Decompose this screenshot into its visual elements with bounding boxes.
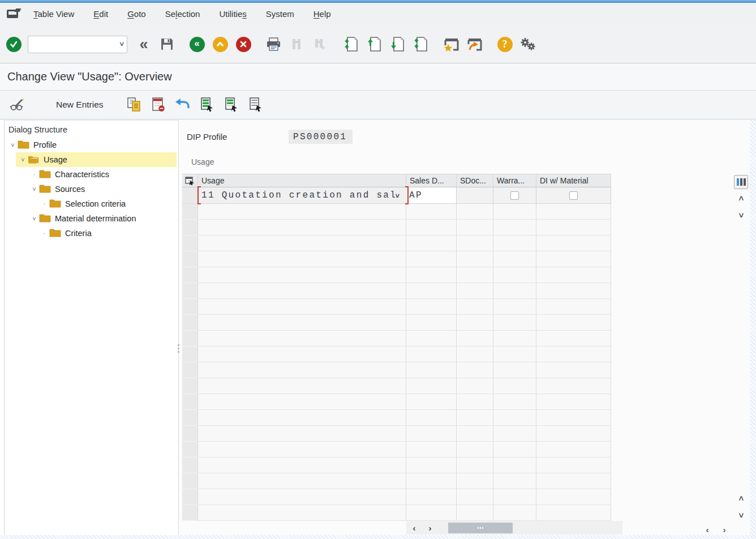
page-down-icon[interactable]: [388, 35, 406, 53]
scroll-left-icon[interactable]: ‹: [406, 523, 422, 533]
tree-item-selection-criteria[interactable]: ·Selection criteria: [5, 196, 178, 211]
enter-icon[interactable]: [5, 35, 23, 53]
last-page-icon[interactable]: [411, 35, 429, 53]
chevron-down-icon[interactable]: ˅: [395, 191, 400, 200]
display-change-icon[interactable]: [9, 96, 26, 113]
expander-chevron-icon[interactable]: ˅: [29, 215, 39, 222]
empty-table-row: [182, 378, 611, 394]
print-icon[interactable]: [264, 35, 282, 53]
save-icon[interactable]: [158, 35, 176, 53]
table-configuration-icon[interactable]: [734, 175, 748, 189]
deselect-all-icon[interactable]: [247, 96, 264, 113]
select-all-rows-icon[interactable]: [182, 174, 198, 187]
empty-cell: [406, 473, 457, 489]
menu-item-system[interactable]: System: [256, 9, 304, 19]
menu-item-table-view[interactable]: Table View: [24, 9, 84, 19]
table-scroll-down-icon[interactable]: ˅: [735, 209, 748, 221]
tree-item-criteria[interactable]: ·Criteria: [5, 226, 178, 241]
back-icon[interactable]: «: [188, 35, 206, 53]
row-selector-cell[interactable]: [182, 442, 198, 457]
expander-chevron-icon[interactable]: ˅: [29, 186, 39, 192]
tree-item-usage[interactable]: ˅Usage: [5, 152, 178, 167]
copy-entries-icon[interactable]: [126, 96, 143, 113]
tree-item-sources[interactable]: ˅Sources: [5, 182, 178, 196]
menu-item-help[interactable]: Help: [304, 9, 341, 19]
expander-chevron-icon[interactable]: ˅: [18, 156, 28, 163]
col-header-sales-d[interactable]: Sales D...: [406, 174, 457, 187]
cancel-icon[interactable]: [234, 35, 252, 53]
warranty-checkbox[interactable]: [510, 191, 519, 200]
empty-cell: [198, 394, 406, 410]
row-selector-cell[interactable]: [182, 283, 198, 299]
new-session-icon[interactable]: [443, 35, 461, 53]
collapse-icon[interactable]: «: [135, 35, 153, 53]
tree-item-profile[interactable]: ˅Profile: [5, 138, 178, 152]
panel-scroll-down-icon[interactable]: ˅: [735, 509, 748, 521]
empty-cell: [406, 251, 457, 267]
col-header-sdoc[interactable]: SDoc...: [457, 174, 493, 187]
empty-cell: [406, 362, 457, 378]
customize-icon[interactable]: [519, 35, 537, 53]
row-selector-cell[interactable]: [182, 251, 198, 267]
row-selector-cell[interactable]: [182, 457, 198, 473]
command-field[interactable]: [28, 36, 127, 53]
find-icon[interactable]: [287, 35, 306, 53]
row-selector-cell[interactable]: [182, 362, 198, 378]
panel-scroll-right-icon[interactable]: ›: [718, 523, 731, 536]
empty-cell: [457, 410, 493, 426]
row-selector-cell[interactable]: [182, 346, 198, 362]
menu-item-goto[interactable]: Goto: [118, 9, 156, 19]
page-up-icon[interactable]: [365, 35, 383, 53]
expander-chevron-icon[interactable]: ˅: [8, 142, 18, 148]
sales-doc-type-cell[interactable]: AP: [406, 187, 457, 204]
create-shortcut-icon[interactable]: [466, 35, 484, 53]
row-selector-cell[interactable]: [182, 267, 198, 283]
chevron-down-icon[interactable]: ˅: [119, 40, 124, 48]
row-selector-cell[interactable]: [182, 410, 198, 426]
col-header-di-w-material[interactable]: DI w/ Material: [536, 174, 611, 187]
menu-item-utilities[interactable]: Utilities: [209, 9, 256, 19]
horizontal-scroll-thumb[interactable]: [448, 523, 513, 533]
empty-cell: [457, 331, 493, 346]
select-all-icon[interactable]: [199, 96, 216, 113]
empty-cell: [406, 220, 457, 236]
panel-scroll-up-icon[interactable]: ˄: [735, 492, 748, 504]
row-selector-cell[interactable]: [182, 187, 198, 204]
new-entries-button[interactable]: New Entries: [56, 100, 104, 110]
sdoc-cell[interactable]: [457, 187, 493, 204]
col-header-usage[interactable]: Usage: [198, 174, 406, 187]
tree-item-material-determination[interactable]: ˅Material determination: [5, 211, 178, 226]
empty-cell: [406, 267, 457, 283]
row-selector-cell[interactable]: [182, 204, 198, 220]
row-selector-cell[interactable]: [182, 220, 198, 236]
delete-row-icon[interactable]: [150, 96, 167, 113]
find-next-icon[interactable]: [311, 35, 329, 53]
col-header-warra[interactable]: Warra...: [493, 174, 536, 187]
menu-item-edit[interactable]: Edit: [84, 9, 118, 19]
row-selector-cell[interactable]: [182, 505, 198, 521]
help-icon[interactable]: ?: [496, 35, 514, 53]
sap-session-icon[interactable]: [7, 8, 20, 20]
usage-dropdown-cell[interactable]: 11 Quotation creation and sal ˅: [198, 187, 406, 204]
empty-cell: [198, 346, 406, 362]
row-selector-cell[interactable]: [182, 315, 198, 331]
row-selector-cell[interactable]: [182, 489, 198, 505]
menu-item-selection[interactable]: Selection: [156, 9, 210, 19]
first-page-icon[interactable]: [342, 35, 360, 53]
tree-item-characteristics[interactable]: ·Characteristics: [5, 167, 178, 182]
exit-icon[interactable]: [211, 35, 229, 53]
undo-icon[interactable]: [174, 96, 191, 113]
scroll-right-icon[interactable]: ›: [422, 523, 438, 533]
select-block-icon[interactable]: [223, 96, 240, 113]
row-selector-cell[interactable]: [182, 236, 198, 251]
application-toolbar: New Entries: [0, 91, 756, 119]
panel-scroll-left-icon[interactable]: ‹: [701, 523, 714, 536]
row-selector-cell[interactable]: [182, 378, 198, 394]
row-selector-cell[interactable]: [182, 473, 198, 489]
row-selector-cell[interactable]: [182, 426, 198, 442]
row-selector-cell[interactable]: [182, 299, 198, 315]
table-scroll-up-icon[interactable]: ˄: [735, 192, 748, 204]
di-w-material-checkbox[interactable]: [569, 191, 578, 200]
row-selector-cell[interactable]: [182, 331, 198, 346]
row-selector-cell[interactable]: [182, 394, 198, 410]
